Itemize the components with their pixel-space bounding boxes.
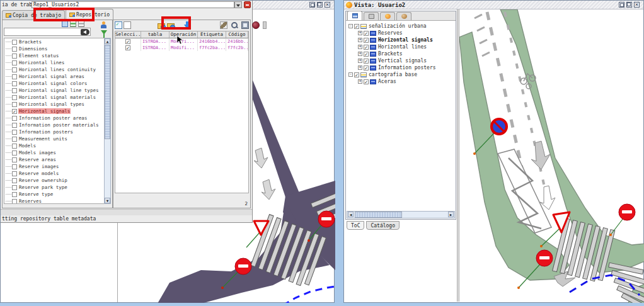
layer-tree[interactable]: señalización urbana Reserves Horizontal … [347, 23, 455, 210]
right-map-view[interactable] [459, 9, 643, 302]
item-checkbox[interactable] [12, 109, 17, 114]
history-film-icon[interactable] [241, 21, 249, 29]
scroll-right-icon[interactable] [448, 212, 454, 217]
item-checkbox[interactable] [12, 192, 17, 197]
scroll-thumb[interactable] [355, 212, 402, 218]
expand-icon[interactable] [358, 45, 362, 49]
list-item[interactable]: Information poster areas [4, 115, 104, 122]
filter-funnel-icon[interactable] [101, 30, 107, 35]
expand-icon[interactable] [358, 79, 362, 84]
tab-toc[interactable]: ToC [347, 221, 364, 230]
column-header[interactable]: tabla [141, 31, 170, 38]
repository-database-icon[interactable] [244, 1, 251, 8]
table-row[interactable]: ISTROA... Modifi... f7fc2ba... f7fc2b... [115, 45, 248, 51]
list-item[interactable]: Models images [4, 149, 104, 156]
close-icon[interactable] [325, 2, 330, 8]
expand-icon[interactable] [358, 52, 362, 56]
item-checkbox[interactable] [12, 178, 17, 183]
item-checkbox[interactable] [12, 74, 17, 79]
layer-checkbox[interactable] [354, 24, 359, 29]
toc-layer-row[interactable]: cartografia base [347, 71, 455, 78]
list-item[interactable]: Dimensions [4, 45, 104, 52]
layer-checkbox[interactable] [364, 59, 369, 64]
list-item[interactable]: Horizontal signals [4, 108, 104, 115]
maximize-icon[interactable] [626, 2, 632, 8]
list-scrollbar[interactable] [104, 38, 111, 204]
list-item[interactable]: Reserve models [4, 170, 104, 177]
list-item[interactable]: Horizontal lines [4, 59, 104, 66]
row-checkbox[interactable] [125, 39, 130, 44]
item-checkbox[interactable] [12, 164, 17, 169]
clear-filter-icon[interactable] [81, 29, 89, 35]
item-checkbox[interactable] [12, 40, 17, 45]
item-checkbox[interactable] [12, 157, 17, 162]
scroll-thumb[interactable] [105, 45, 110, 139]
item-checkbox[interactable] [12, 137, 17, 142]
minimize-icon[interactable] [309, 2, 315, 8]
item-checkbox[interactable] [12, 171, 17, 176]
item-checkbox[interactable] [12, 102, 17, 107]
layer-checkbox[interactable] [364, 52, 369, 57]
list-item[interactable]: Models [4, 142, 104, 149]
toc-layer-row[interactable]: Vertical signals [347, 57, 455, 64]
toc-layer-row[interactable]: Horizontal signals [347, 37, 455, 43]
expand-icon[interactable] [358, 31, 362, 35]
expand-icon[interactable] [358, 38, 362, 42]
list-item[interactable]: Reserve ownership [4, 177, 104, 184]
column-header[interactable]: Selecci... [115, 31, 141, 38]
table-checkbox-list[interactable]: Brackets Dimensions Element status [4, 38, 105, 204]
repository-sync-dialog[interactable]: ia de trabajo Repo1_Usuarios2 Copia de t… [1, 1, 253, 223]
tables-green-icon[interactable] [70, 21, 76, 27]
column-header[interactable]: Código [226, 31, 248, 38]
item-checkbox[interactable] [12, 60, 17, 65]
zoom-magnifier-icon[interactable] [231, 21, 238, 29]
close-icon[interactable] [634, 2, 640, 8]
list-item[interactable]: Horizontal signal types [4, 101, 104, 108]
list-item[interactable]: Reserve areas [4, 156, 104, 163]
toc-horizontal-scrollbar[interactable] [347, 211, 455, 218]
list-item[interactable]: Horizontal signal colors [4, 80, 104, 87]
list-item[interactable]: Information poster materials [4, 122, 104, 128]
item-checkbox[interactable] [12, 95, 17, 100]
item-checkbox[interactable] [12, 88, 17, 93]
item-checkbox[interactable] [12, 47, 17, 52]
expand-icon[interactable] [358, 59, 362, 63]
expand-icon[interactable] [358, 65, 362, 70]
toc-layer-row[interactable]: Brackets [347, 50, 455, 57]
layer-checkbox[interactable] [354, 72, 359, 77]
expand-icon[interactable] [348, 72, 353, 77]
item-checkbox[interactable] [12, 185, 17, 190]
edit-pencil-icon[interactable] [220, 21, 227, 29]
list-item[interactable]: Horizontal signal line types [4, 87, 104, 94]
tab-print[interactable] [364, 12, 379, 20]
right-view-window[interactable]: Vista: Usuario2 señalización urbana [343, 0, 644, 303]
list-item[interactable]: Brackets [4, 38, 104, 45]
toc-layer-row[interactable]: Reserves [347, 30, 455, 37]
user-icon[interactable] [100, 21, 107, 28]
item-checkbox[interactable] [12, 130, 17, 135]
list-item[interactable]: Reserve type [4, 191, 104, 198]
tables-gray-icon[interactable] [78, 21, 84, 27]
list-filter-input[interactable] [4, 28, 91, 36]
list-item[interactable]: Horizontal lines continuity [4, 66, 104, 73]
scroll-up-icon[interactable] [105, 38, 110, 44]
tab-globe[interactable] [380, 12, 395, 20]
select-all-combo-icon[interactable] [115, 21, 122, 29]
toc-layer-row[interactable]: Information posters [347, 64, 455, 71]
list-item[interactable]: Horizontal signal materials [4, 94, 104, 101]
minimize-icon[interactable] [619, 2, 624, 8]
tab-catalog[interactable] [396, 12, 411, 20]
item-checkbox[interactable] [12, 150, 17, 156]
list-item[interactable]: Measurement units [4, 135, 104, 142]
layer-checkbox[interactable] [364, 65, 369, 71]
item-checkbox[interactable] [12, 54, 17, 59]
column-header[interactable]: Etiqueta [198, 31, 226, 38]
changes-table[interactable]: Selecci... tabla Operación Etiqueta Códi… [115, 31, 249, 193]
list-item[interactable]: Reserves [4, 198, 104, 204]
scroll-left-icon[interactable] [348, 212, 354, 217]
list-item[interactable]: Element status [4, 52, 104, 59]
window-icon[interactable] [62, 21, 68, 27]
item-checkbox[interactable] [12, 116, 17, 121]
list-item[interactable]: Information posters [4, 128, 104, 135]
item-checkbox[interactable] [12, 67, 17, 72]
